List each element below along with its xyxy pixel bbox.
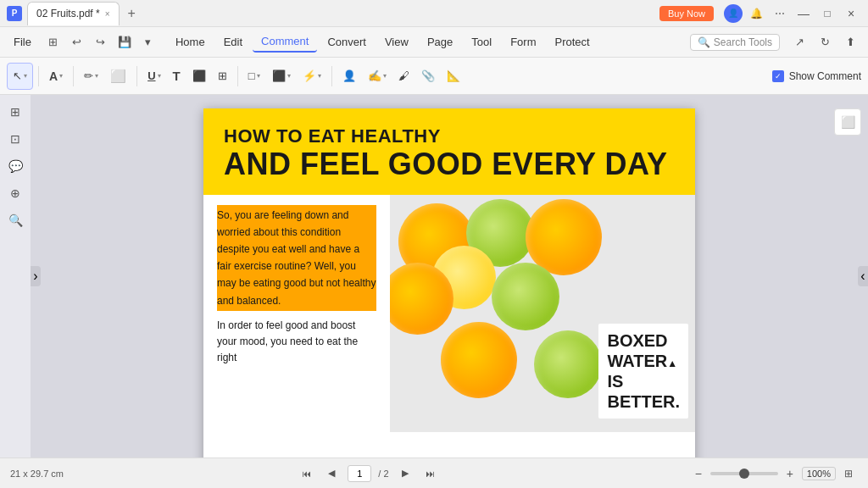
select-icon: ↖ bbox=[13, 69, 22, 82]
page-forward-button[interactable]: ▶ bbox=[396, 464, 415, 483]
search-tools[interactable]: 🔍 Search Tools bbox=[690, 34, 780, 51]
counter-icon: ⚡ bbox=[303, 69, 316, 82]
sidebar-panels-icon[interactable]: ⊞ bbox=[5, 102, 25, 122]
page-last-button[interactable]: ⏭ bbox=[421, 464, 440, 483]
tab-area: P 02 Fruits.pdf * × + bbox=[7, 2, 659, 25]
minimize-button[interactable]: — bbox=[793, 5, 814, 22]
cloud-icon: ⬜ bbox=[841, 115, 855, 129]
zoom-percent-label: 100% bbox=[802, 467, 836, 480]
show-comment-label: Show Comment bbox=[789, 70, 861, 82]
fill-icon: ⬛ bbox=[272, 69, 286, 82]
stamp-tool-button[interactable]: 👤 bbox=[337, 63, 361, 90]
nav-dropdown[interactable]: ▾ bbox=[138, 32, 159, 53]
redo-button[interactable]: ↪ bbox=[91, 32, 111, 53]
zoom-in-button[interactable]: + bbox=[782, 465, 798, 482]
toolbar-separator-5 bbox=[331, 66, 332, 86]
zoom-control: − + 100% ⊞ bbox=[690, 464, 858, 483]
attach-tool-button[interactable]: 📎 bbox=[416, 63, 440, 90]
menu-convert[interactable]: Convert bbox=[319, 32, 375, 52]
toolbar-nav: ⊞ ↩ ↪ 💾 ▾ bbox=[43, 32, 159, 53]
measure-icon: 📐 bbox=[447, 69, 460, 82]
page-back-button[interactable]: ◀ bbox=[322, 464, 341, 483]
menu-comment[interactable]: Comment bbox=[253, 31, 317, 53]
menu-page[interactable]: Page bbox=[419, 32, 461, 52]
fit-page-button[interactable]: ⊞ bbox=[839, 464, 858, 483]
pen-tool-button[interactable]: ✏ ▾ bbox=[79, 63, 103, 90]
refresh-button[interactable]: ↻ bbox=[814, 32, 836, 53]
sidebar-layers-icon[interactable]: ⊕ bbox=[5, 183, 25, 203]
document-area: › HOW TO EAT HEALTHY AND FEEL GOOD EVERY… bbox=[31, 95, 868, 458]
textbox2-tool-button[interactable]: ⊞ bbox=[213, 63, 232, 90]
sidebar-search-icon[interactable]: 🔍 bbox=[5, 210, 25, 230]
sign-icon: ✍ bbox=[368, 69, 381, 82]
textbox2-icon: ⊞ bbox=[218, 69, 227, 82]
menu-form[interactable]: Form bbox=[502, 32, 544, 52]
maximize-button[interactable]: □ bbox=[817, 5, 837, 22]
fill-dropdown-arrow: ▾ bbox=[287, 72, 291, 80]
menu-view[interactable]: View bbox=[376, 32, 417, 52]
page-number-input[interactable] bbox=[348, 465, 371, 482]
collapse-sidebar-arrow[interactable]: › bbox=[31, 266, 41, 286]
highlighted-text: So, you are feeling down and worried abo… bbox=[217, 209, 376, 307]
sidebar-thumbnails-icon[interactable]: ⊡ bbox=[5, 129, 25, 149]
eraser-tool-button[interactable]: ⬜ bbox=[105, 63, 131, 90]
pen-icon: ✏ bbox=[84, 69, 93, 82]
search-tools-label: Search Tools bbox=[714, 36, 772, 48]
document-tab[interactable]: 02 Fruits.pdf * × bbox=[27, 2, 120, 25]
menu-dots-button[interactable]: ⋯ bbox=[770, 5, 790, 22]
undo-button[interactable]: ↩ bbox=[67, 32, 87, 53]
shape-dropdown-arrow: ▾ bbox=[257, 72, 260, 80]
lime-2 bbox=[492, 263, 559, 330]
highlighted-paragraph: So, you are feeling down and worried abo… bbox=[217, 205, 376, 311]
shape-tool-button[interactable]: □ ▾ bbox=[243, 63, 265, 90]
measure-tool-button[interactable]: 📐 bbox=[442, 63, 465, 90]
text-tool-button[interactable]: T bbox=[168, 63, 186, 90]
menu-protect[interactable]: Protect bbox=[546, 32, 598, 52]
collapse-button[interactable]: ⬆ bbox=[839, 32, 861, 53]
counter-dropdown-arrow: ▾ bbox=[318, 72, 321, 80]
page-dimensions: 21 x 29.7 cm bbox=[10, 469, 64, 479]
menu-tool[interactable]: Tool bbox=[463, 32, 500, 52]
cloud-sync-button[interactable]: ⬜ bbox=[834, 108, 861, 136]
underline-tool-button[interactable]: U ▾ bbox=[142, 63, 165, 90]
text-icon: T bbox=[173, 69, 181, 83]
close-tab-button[interactable]: × bbox=[105, 9, 110, 19]
textbox-tool-button[interactable]: ⬛ bbox=[187, 63, 211, 90]
sign-tool-button[interactable]: ✍ ▾ bbox=[363, 63, 392, 90]
counter-tool-button[interactable]: ⚡ ▾ bbox=[298, 63, 326, 90]
close-window-button[interactable]: × bbox=[841, 5, 861, 22]
show-comment-checkbox[interactable]: ✓ bbox=[772, 70, 784, 82]
menu-edit[interactable]: Edit bbox=[215, 32, 251, 52]
user-avatar[interactable]: 👤 bbox=[724, 4, 743, 23]
nav-home-icon[interactable]: ⊞ bbox=[43, 32, 64, 53]
stamp-icon: 👤 bbox=[342, 69, 356, 82]
left-sidebar: ⊞ ⊡ 💬 ⊕ 🔍 bbox=[0, 95, 31, 458]
zoom-slider[interactable] bbox=[710, 472, 778, 475]
document-page: HOW TO EAT HEALTHY AND FEEL GOOD EVERY D… bbox=[203, 108, 695, 458]
expand-right-arrow[interactable]: ‹ bbox=[858, 266, 868, 286]
fill-tool-button[interactable]: ⬛ ▾ bbox=[267, 63, 296, 90]
document-scroll-area[interactable]: HOW TO EAT HEALTHY AND FEEL GOOD EVERY D… bbox=[31, 95, 868, 458]
document-text-column: So, you are feeling down and worried abo… bbox=[203, 195, 390, 432]
zoom-out-button[interactable]: − bbox=[690, 465, 707, 482]
document-header: HOW TO EAT HEALTHY AND FEEL GOOD EVERY D… bbox=[203, 108, 695, 195]
buy-now-button[interactable]: Buy Now bbox=[659, 6, 714, 21]
zoom-slider-thumb[interactable] bbox=[739, 469, 749, 479]
menu-file[interactable]: File bbox=[7, 32, 38, 52]
normal-paragraph: In order to feel good and boost your moo… bbox=[217, 318, 376, 367]
sidebar-comments-icon[interactable]: 💬 bbox=[5, 156, 25, 176]
page-first-button[interactable]: ⏮ bbox=[297, 464, 315, 483]
tab-label: 02 Fruits.pdf * bbox=[36, 8, 100, 19]
save-button[interactable]: 💾 bbox=[114, 32, 135, 53]
brush-tool-button[interactable]: 🖌 bbox=[393, 63, 415, 90]
font-tool-button[interactable]: A ▾ bbox=[44, 63, 68, 90]
menu-home[interactable]: Home bbox=[167, 32, 214, 52]
status-bar: 21 x 29.7 cm ⏮ ◀ / 2 ▶ ⏭ − + 100% ⊞ bbox=[0, 458, 868, 488]
main-area: ⊞ ⊡ 💬 ⊕ 🔍 › HOW TO EAT HEALTHY AND FEEL … bbox=[0, 95, 868, 458]
document-title-small: HOW TO EAT HEALTHY bbox=[224, 125, 675, 147]
new-tab-button[interactable]: + bbox=[123, 6, 141, 21]
notifications-button[interactable]: 🔔 bbox=[746, 5, 766, 22]
select-tool-button[interactable]: ↖ ▾ bbox=[7, 63, 33, 90]
share-button[interactable]: ↗ bbox=[788, 32, 810, 53]
attach-icon: 📎 bbox=[421, 69, 435, 82]
